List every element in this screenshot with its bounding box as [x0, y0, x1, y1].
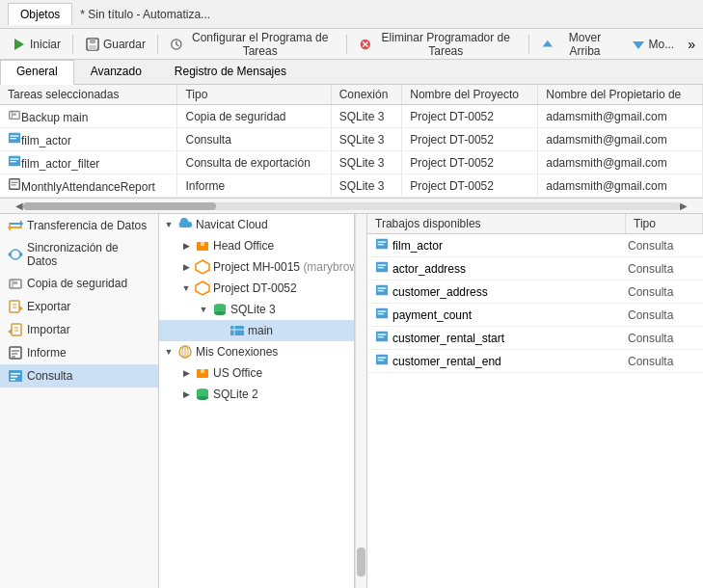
tree-vscroll[interactable] — [355, 214, 366, 588]
job-icon — [375, 237, 389, 254]
query-icon — [8, 368, 23, 384]
tasks-table: Tareas seleccionadas Tipo Conexión Nombr… — [0, 85, 703, 198]
cell-conexion: SQLite 3 — [331, 174, 402, 198]
job-name: film_actor — [392, 239, 624, 253]
scroll-left-arrow[interactable]: ◀ — [15, 200, 23, 211]
svg-rect-74 — [378, 287, 387, 288]
play-icon — [12, 37, 27, 52]
svg-rect-83 — [378, 357, 387, 358]
svg-rect-72 — [378, 267, 384, 268]
job-row[interactable]: film_actor Consulta — [367, 234, 703, 257]
horizontal-scrollbar[interactable]: ◀ ▶ — [0, 199, 703, 214]
tab-avanzado[interactable]: Avanzado — [74, 60, 158, 84]
chevron-sqlite3: ▼ — [198, 304, 209, 315]
sep3 — [346, 35, 347, 54]
sidebar-item-sync[interactable]: Sincronización de Datos — [0, 237, 158, 272]
job-row[interactable]: actor_address Consulta — [367, 257, 703, 281]
sidebar-item-informe[interactable]: Informe — [0, 341, 158, 364]
tab-bar: General Avanzado Registro de Mensajes — [0, 60, 703, 85]
svg-rect-68 — [378, 241, 387, 242]
tree-label-head-office: Head Office — [213, 239, 274, 253]
table-row[interactable]: film_actor Consulta SQLite 3 Project DT-… — [0, 128, 703, 151]
scroll-right-arrow[interactable]: ▶ — [680, 200, 688, 211]
svg-marker-52 — [196, 281, 209, 295]
tree-navicat-cloud[interactable]: ▼ Navicat Cloud — [159, 214, 354, 235]
job-row[interactable]: customer_address Consulta — [367, 281, 703, 304]
col-propietario: Nombre del Propietario de — [538, 85, 703, 105]
sidebar-item-export[interactable]: Exportar — [0, 295, 158, 318]
jobs-rows-container: film_actor Consulta actor_address Consul… — [367, 234, 703, 373]
svg-marker-25 — [20, 220, 23, 227]
tab-general[interactable]: General — [0, 60, 74, 85]
sidebar-label-informe: Informe — [27, 346, 67, 360]
tree-sqlite2[interactable]: ▶ SQLite 2 — [159, 384, 354, 405]
svg-rect-33 — [10, 301, 19, 312]
main-icon — [230, 323, 245, 338]
sidebar-item-backup[interactable]: Copia de seguridad — [0, 272, 158, 295]
svg-marker-51 — [196, 260, 209, 274]
tree-mis-conexiones[interactable]: ▼ Mis Conexiones — [159, 341, 354, 362]
table-row[interactable]: film_actor_filter Consulta de exportació… — [0, 151, 703, 174]
svg-line-6 — [176, 44, 179, 46]
job-icon — [375, 307, 389, 323]
tree-label-navicat-cloud: Navicat Cloud — [196, 218, 268, 231]
tree-head-office[interactable]: ▶ Head Office — [159, 235, 354, 256]
job-row[interactable]: customer_rental_end Consulta — [367, 350, 703, 373]
tab-registro[interactable]: Registro de Mensajes — [158, 60, 303, 84]
sidebar-item-import[interactable]: Importar — [0, 318, 158, 341]
svg-rect-56 — [230, 326, 244, 335]
svg-rect-63 — [201, 369, 204, 373]
tree-label-project-dt: Project DT-0052 — [213, 281, 297, 295]
cell-name: film_actor_filter — [0, 151, 177, 174]
cell-conexion: SQLite 3 — [331, 105, 402, 128]
sidebar-item-transfer[interactable]: Transferencia de Datos — [0, 214, 158, 237]
chevron-dt: ▼ — [180, 282, 192, 294]
table-row[interactable]: MonthlyAttendanceReport Informe SQLite 3… — [0, 174, 703, 198]
job-tipo: Consulta — [628, 285, 695, 299]
col-conexion: Conexión — [331, 85, 402, 105]
sidebar-item-consulta[interactable]: Consulta — [0, 364, 158, 388]
toolbar-more-button[interactable]: » — [684, 35, 699, 54]
objetos-tab[interactable]: Objetos — [8, 3, 72, 25]
sqlite2-icon — [195, 387, 210, 402]
cell-tipo: Consulta — [177, 128, 331, 151]
tree-container: ▼ Navicat Cloud ▶ Head Office ▶ — [159, 214, 367, 588]
tree-project-dt[interactable]: ▼ Project DT-0052 — [159, 278, 354, 299]
cell-name: Backup main — [0, 105, 177, 128]
tree-us-office[interactable]: ▶ US Office — [159, 362, 354, 384]
tree-sqlite3[interactable]: ▼ SQLite 3 — [159, 299, 354, 320]
tree-project-mh[interactable]: ▶ Project MH-0015 (marybrow — [159, 256, 354, 278]
job-icon — [375, 353, 389, 369]
cell-proyecto: Project DT-0052 — [402, 105, 538, 128]
tree-label-us-office: US Office — [213, 366, 262, 380]
svg-rect-21 — [10, 179, 20, 190]
chevron-mis-conexiones: ▼ — [163, 346, 175, 358]
arrow-down-icon — [631, 37, 646, 52]
backup-icon — [8, 276, 23, 291]
svg-rect-14 — [13, 113, 16, 116]
scroll-thumb[interactable] — [23, 202, 216, 210]
import-icon — [8, 322, 23, 337]
connections-icon — [177, 344, 193, 360]
tree-main[interactable]: ▶ main — [159, 320, 354, 341]
svg-rect-2 — [90, 39, 95, 43]
project-mh-icon — [195, 259, 210, 275]
configurar-button[interactable]: Configurar el Programa de Tareas — [162, 28, 342, 61]
mover-arriba-button[interactable]: Mover Arriba — [533, 28, 621, 61]
export-icon — [8, 299, 23, 314]
mover-abajo-button[interactable]: Mo... — [623, 34, 683, 55]
svg-rect-80 — [378, 334, 387, 334]
tree-vscroll-thumb[interactable] — [357, 548, 365, 576]
job-row[interactable]: payment_count Consulta — [367, 304, 703, 327]
job-row[interactable]: customer_rental_start Consulta — [367, 327, 703, 350]
guardar-button[interactable]: Guardar — [77, 34, 153, 55]
eliminar-button[interactable]: Eliminar Programador de Tareas — [351, 28, 525, 61]
iniciar-button[interactable]: Iniciar — [4, 34, 68, 55]
cell-propietario: adamsmith@gmail.com — [538, 174, 703, 198]
clock-icon — [170, 37, 183, 52]
table-row[interactable]: Backup main Copia de seguridad SQLite 3 … — [0, 105, 703, 128]
scroll-track[interactable] — [23, 202, 680, 210]
transfer-icon — [8, 218, 23, 233]
tree-panel: ▼ Navicat Cloud ▶ Head Office ▶ — [159, 214, 355, 588]
sync-icon — [8, 247, 23, 262]
